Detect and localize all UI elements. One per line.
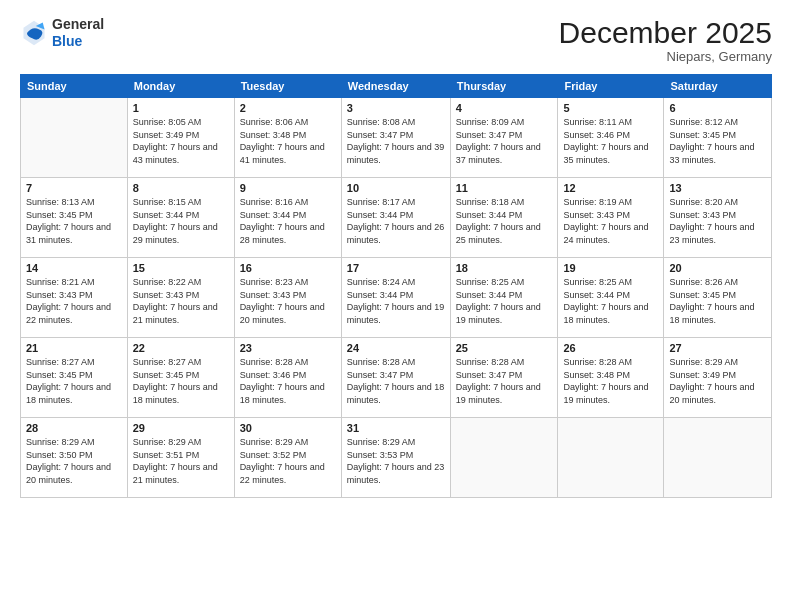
calendar-cell: 30Sunrise: 8:29 AMSunset: 3:52 PMDayligh… (234, 418, 341, 498)
day-info: Sunrise: 8:12 AMSunset: 3:45 PMDaylight:… (669, 116, 766, 166)
calendar-cell (450, 418, 558, 498)
calendar-cell (558, 418, 664, 498)
day-info: Sunrise: 8:08 AMSunset: 3:47 PMDaylight:… (347, 116, 445, 166)
day-number: 18 (456, 262, 553, 274)
calendar-cell: 11Sunrise: 8:18 AMSunset: 3:44 PMDayligh… (450, 178, 558, 258)
day-info: Sunrise: 8:29 AMSunset: 3:50 PMDaylight:… (26, 436, 122, 486)
day-number: 15 (133, 262, 229, 274)
col-header-monday: Monday (127, 75, 234, 98)
logo-icon (20, 19, 48, 47)
day-number: 31 (347, 422, 445, 434)
day-number: 9 (240, 182, 336, 194)
calendar-cell: 6Sunrise: 8:12 AMSunset: 3:45 PMDaylight… (664, 98, 772, 178)
month-title: December 2025 (559, 16, 772, 49)
day-number: 14 (26, 262, 122, 274)
page: General Blue December 2025 Niepars, Germ… (0, 0, 792, 612)
calendar-cell: 31Sunrise: 8:29 AMSunset: 3:53 PMDayligh… (341, 418, 450, 498)
calendar-cell: 26Sunrise: 8:28 AMSunset: 3:48 PMDayligh… (558, 338, 664, 418)
day-number: 7 (26, 182, 122, 194)
calendar-cell: 1Sunrise: 8:05 AMSunset: 3:49 PMDaylight… (127, 98, 234, 178)
day-info: Sunrise: 8:28 AMSunset: 3:48 PMDaylight:… (563, 356, 658, 406)
day-info: Sunrise: 8:29 AMSunset: 3:49 PMDaylight:… (669, 356, 766, 406)
calendar-cell: 5Sunrise: 8:11 AMSunset: 3:46 PMDaylight… (558, 98, 664, 178)
day-number: 21 (26, 342, 122, 354)
header: General Blue December 2025 Niepars, Germ… (20, 16, 772, 64)
day-info: Sunrise: 8:28 AMSunset: 3:47 PMDaylight:… (456, 356, 553, 406)
day-number: 23 (240, 342, 336, 354)
day-number: 5 (563, 102, 658, 114)
day-number: 3 (347, 102, 445, 114)
day-number: 11 (456, 182, 553, 194)
calendar-cell: 22Sunrise: 8:27 AMSunset: 3:45 PMDayligh… (127, 338, 234, 418)
calendar-cell: 12Sunrise: 8:19 AMSunset: 3:43 PMDayligh… (558, 178, 664, 258)
logo-text: General Blue (52, 16, 104, 50)
day-info: Sunrise: 8:29 AMSunset: 3:53 PMDaylight:… (347, 436, 445, 486)
day-number: 29 (133, 422, 229, 434)
day-number: 17 (347, 262, 445, 274)
subtitle: Niepars, Germany (559, 49, 772, 64)
day-info: Sunrise: 8:24 AMSunset: 3:44 PMDaylight:… (347, 276, 445, 326)
day-info: Sunrise: 8:19 AMSunset: 3:43 PMDaylight:… (563, 196, 658, 246)
day-number: 27 (669, 342, 766, 354)
calendar-cell: 19Sunrise: 8:25 AMSunset: 3:44 PMDayligh… (558, 258, 664, 338)
day-info: Sunrise: 8:21 AMSunset: 3:43 PMDaylight:… (26, 276, 122, 326)
day-number: 28 (26, 422, 122, 434)
calendar-cell: 3Sunrise: 8:08 AMSunset: 3:47 PMDaylight… (341, 98, 450, 178)
calendar-cell: 14Sunrise: 8:21 AMSunset: 3:43 PMDayligh… (21, 258, 128, 338)
day-info: Sunrise: 8:05 AMSunset: 3:49 PMDaylight:… (133, 116, 229, 166)
day-info: Sunrise: 8:25 AMSunset: 3:44 PMDaylight:… (563, 276, 658, 326)
day-info: Sunrise: 8:27 AMSunset: 3:45 PMDaylight:… (26, 356, 122, 406)
day-info: Sunrise: 8:16 AMSunset: 3:44 PMDaylight:… (240, 196, 336, 246)
calendar-cell: 25Sunrise: 8:28 AMSunset: 3:47 PMDayligh… (450, 338, 558, 418)
day-info: Sunrise: 8:06 AMSunset: 3:48 PMDaylight:… (240, 116, 336, 166)
calendar-cell: 27Sunrise: 8:29 AMSunset: 3:49 PMDayligh… (664, 338, 772, 418)
calendar-cell (21, 98, 128, 178)
title-block: December 2025 Niepars, Germany (559, 16, 772, 64)
calendar-cell: 13Sunrise: 8:20 AMSunset: 3:43 PMDayligh… (664, 178, 772, 258)
calendar-cell: 16Sunrise: 8:23 AMSunset: 3:43 PMDayligh… (234, 258, 341, 338)
day-info: Sunrise: 8:28 AMSunset: 3:46 PMDaylight:… (240, 356, 336, 406)
calendar-cell: 28Sunrise: 8:29 AMSunset: 3:50 PMDayligh… (21, 418, 128, 498)
day-number: 24 (347, 342, 445, 354)
calendar-cell: 23Sunrise: 8:28 AMSunset: 3:46 PMDayligh… (234, 338, 341, 418)
calendar-cell: 20Sunrise: 8:26 AMSunset: 3:45 PMDayligh… (664, 258, 772, 338)
day-number: 25 (456, 342, 553, 354)
day-number: 30 (240, 422, 336, 434)
calendar-cell: 29Sunrise: 8:29 AMSunset: 3:51 PMDayligh… (127, 418, 234, 498)
calendar-cell: 2Sunrise: 8:06 AMSunset: 3:48 PMDaylight… (234, 98, 341, 178)
day-info: Sunrise: 8:25 AMSunset: 3:44 PMDaylight:… (456, 276, 553, 326)
day-info: Sunrise: 8:29 AMSunset: 3:52 PMDaylight:… (240, 436, 336, 486)
day-info: Sunrise: 8:09 AMSunset: 3:47 PMDaylight:… (456, 116, 553, 166)
day-info: Sunrise: 8:13 AMSunset: 3:45 PMDaylight:… (26, 196, 122, 246)
col-header-thursday: Thursday (450, 75, 558, 98)
col-header-friday: Friday (558, 75, 664, 98)
day-number: 13 (669, 182, 766, 194)
day-number: 12 (563, 182, 658, 194)
day-info: Sunrise: 8:18 AMSunset: 3:44 PMDaylight:… (456, 196, 553, 246)
col-header-saturday: Saturday (664, 75, 772, 98)
day-info: Sunrise: 8:15 AMSunset: 3:44 PMDaylight:… (133, 196, 229, 246)
calendar-table: SundayMondayTuesdayWednesdayThursdayFrid… (20, 74, 772, 498)
calendar-cell: 7Sunrise: 8:13 AMSunset: 3:45 PMDaylight… (21, 178, 128, 258)
calendar-cell (664, 418, 772, 498)
calendar-cell: 24Sunrise: 8:28 AMSunset: 3:47 PMDayligh… (341, 338, 450, 418)
day-info: Sunrise: 8:28 AMSunset: 3:47 PMDaylight:… (347, 356, 445, 406)
day-number: 6 (669, 102, 766, 114)
day-number: 26 (563, 342, 658, 354)
col-header-tuesday: Tuesday (234, 75, 341, 98)
col-header-sunday: Sunday (21, 75, 128, 98)
col-header-wednesday: Wednesday (341, 75, 450, 98)
day-number: 22 (133, 342, 229, 354)
day-info: Sunrise: 8:11 AMSunset: 3:46 PMDaylight:… (563, 116, 658, 166)
calendar-cell: 18Sunrise: 8:25 AMSunset: 3:44 PMDayligh… (450, 258, 558, 338)
calendar-cell: 17Sunrise: 8:24 AMSunset: 3:44 PMDayligh… (341, 258, 450, 338)
day-number: 8 (133, 182, 229, 194)
logo: General Blue (20, 16, 104, 50)
calendar-cell: 10Sunrise: 8:17 AMSunset: 3:44 PMDayligh… (341, 178, 450, 258)
calendar-cell: 4Sunrise: 8:09 AMSunset: 3:47 PMDaylight… (450, 98, 558, 178)
day-info: Sunrise: 8:20 AMSunset: 3:43 PMDaylight:… (669, 196, 766, 246)
day-number: 4 (456, 102, 553, 114)
day-info: Sunrise: 8:22 AMSunset: 3:43 PMDaylight:… (133, 276, 229, 326)
day-number: 19 (563, 262, 658, 274)
day-number: 16 (240, 262, 336, 274)
